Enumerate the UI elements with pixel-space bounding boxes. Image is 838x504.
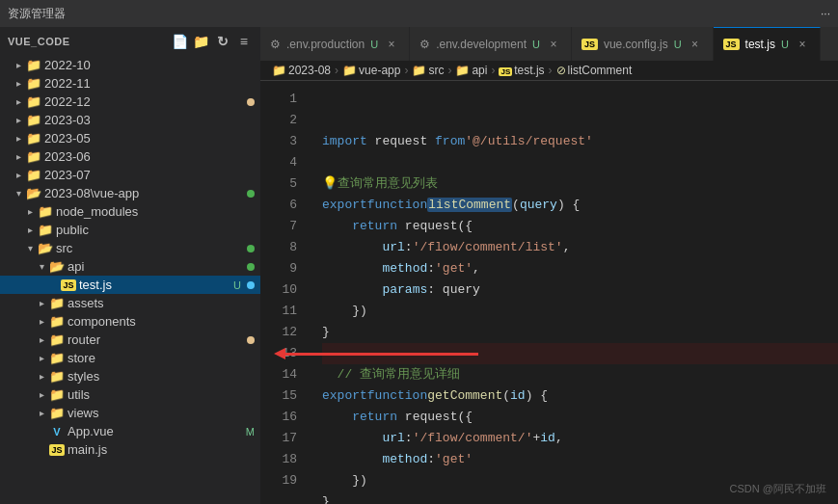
line-number-3: 3 xyxy=(260,131,307,152)
sidebar-item-styles[interactable]: ▸📁styles xyxy=(0,367,260,385)
breadcrumb-separator: › xyxy=(491,64,495,77)
file-icon: JS xyxy=(499,67,512,76)
item-label: App.vue xyxy=(66,424,246,438)
folder-icon: 📁 xyxy=(37,223,54,237)
line-number-2: 2 xyxy=(260,110,307,131)
code-content: import request from '@/utils/request'💡 查… xyxy=(307,81,838,504)
tab-env-production[interactable]: ⚙ .env.production U × xyxy=(260,27,410,61)
sidebar-item-2023-03[interactable]: ▸📁2023-03 xyxy=(0,111,260,129)
code-line-11 xyxy=(322,343,838,364)
sidebar-item-app-vue[interactable]: VApp.vueM xyxy=(0,422,260,440)
new-file-icon[interactable]: 📄 xyxy=(172,33,189,50)
sidebar-item-api[interactable]: ▾📂api xyxy=(0,257,260,276)
item-label: 2022-11 xyxy=(42,76,260,91)
folder-icon: 📁 xyxy=(25,131,42,146)
sidebar-header-icons: 📄 📁 ↻ ≡ xyxy=(172,33,253,50)
sidebar-item-2022-11[interactable]: ▸📁2022-11 xyxy=(0,74,260,93)
sidebar-item-router[interactable]: ▸📁router xyxy=(0,331,260,349)
sidebar-item-store[interactable]: ▸📁store xyxy=(0,349,260,367)
code-line-8: params: query xyxy=(322,279,838,301)
tab-close-button[interactable]: × xyxy=(384,37,399,52)
new-folder-icon[interactable]: 📁 xyxy=(193,33,210,50)
sidebar-item-public[interactable]: ▸📁public xyxy=(0,221,260,239)
line-number-8: 8 xyxy=(260,237,307,258)
collapse-icon[interactable]: ≡ xyxy=(235,33,253,50)
line-number-19: 19 xyxy=(260,470,307,491)
chevron-icon: ▸ xyxy=(12,96,25,107)
chevron-icon: ▸ xyxy=(35,334,48,345)
sidebar-item-node_modules[interactable]: ▸📁node_modules xyxy=(0,202,260,221)
status-dot xyxy=(247,190,255,198)
item-label: 2023-07 xyxy=(42,168,260,182)
tab-modified: U xyxy=(674,39,682,50)
tab-vue-config[interactable]: JS vue.config.js U × xyxy=(572,27,714,61)
line-number-18: 18 xyxy=(260,449,307,470)
status-dot xyxy=(247,245,255,252)
status-dot xyxy=(247,336,255,344)
breadcrumb-separator: › xyxy=(447,64,451,77)
item-label: 2022-12 xyxy=(42,94,247,109)
folder-icon: 📂 xyxy=(48,259,66,274)
line-number-7: 7 xyxy=(260,216,307,237)
code-line-16: method: 'get' xyxy=(322,449,838,470)
line-number-17: 17 xyxy=(260,428,307,449)
folder-icon: 📂 xyxy=(25,186,42,200)
tab-label: .env.production xyxy=(286,38,365,51)
sidebar-item-test-js[interactable]: JStest.jsU xyxy=(0,276,260,294)
tab-close-button[interactable]: × xyxy=(546,37,561,52)
tab-test-js[interactable]: JS test.js U × xyxy=(714,27,821,61)
tab-label: vue.config.js xyxy=(604,38,668,51)
tab-close-button[interactable]: × xyxy=(688,37,703,52)
chevron-icon: ▸ xyxy=(35,408,48,418)
item-label: public xyxy=(54,223,260,237)
sidebar-item-2023-05[interactable]: ▸📁2023-05 xyxy=(0,129,260,147)
chevron-icon: ▸ xyxy=(12,170,25,180)
sidebar-item-main-js[interactable]: JSmain.js xyxy=(0,440,260,459)
sidebar-item-2023-08-vue-app[interactable]: ▾📂2023-08\vue-app xyxy=(0,184,260,202)
symbol-icon: ⊘ xyxy=(556,64,566,77)
main-layout: VUE_CODE 📄 📁 ↻ ≡ ▸📁2022-10▸📁2022-11▸📁202… xyxy=(0,27,838,504)
breadcrumb-item-2023-08[interactable]: 📁2023-08 xyxy=(272,64,331,77)
breadcrumb-item-test.js[interactable]: JStest.js xyxy=(499,64,544,77)
breadcrumb: 📁2023-08›📁vue-app›📁src›📁api›JStest.js›⊘l… xyxy=(260,61,838,81)
status-dot xyxy=(247,98,255,106)
folder-icon: 📁 xyxy=(48,332,66,347)
sidebar-item-src[interactable]: ▾📂src xyxy=(0,239,260,257)
tab-file-icon: JS xyxy=(723,39,740,50)
sidebar-item-2022-10[interactable]: ▸📁2022-10 xyxy=(0,56,260,74)
tab-env-development[interactable]: ⚙ .env.development U × xyxy=(410,27,572,61)
item-label: 2023-03 xyxy=(42,113,260,127)
modified-badge: M xyxy=(246,426,255,438)
item-label: src xyxy=(54,241,247,255)
code-line-2 xyxy=(322,152,838,173)
folder-icon: 📁 xyxy=(25,94,42,109)
folder-icon: 📁 xyxy=(48,406,66,420)
modified-badge: U xyxy=(233,279,241,291)
folder-icon: 📁 xyxy=(48,369,66,384)
line-numbers: 12345678910111213141516171819 xyxy=(260,81,307,504)
line-number-16: 16 xyxy=(260,407,307,428)
sidebar-item-2023-07[interactable]: ▸📁2023-07 xyxy=(0,166,260,184)
chevron-icon: ▸ xyxy=(35,389,48,400)
item-label: store xyxy=(66,351,260,365)
folder-icon: 📁 xyxy=(342,64,357,77)
breadcrumb-item-listComment[interactable]: ⊘listComment xyxy=(556,64,633,77)
sidebar-item-views[interactable]: ▸📁views xyxy=(0,404,260,422)
sidebar-item-2022-12[interactable]: ▸📁2022-12 xyxy=(0,93,260,111)
sidebar-item-assets[interactable]: ▸📁assets xyxy=(0,294,260,312)
sidebar-header: VUE_CODE 📄 📁 ↻ ≡ xyxy=(0,27,260,56)
tab-close-button[interactable]: × xyxy=(795,37,810,52)
line-number-10: 10 xyxy=(260,279,307,301)
breadcrumb-item-api[interactable]: 📁api xyxy=(455,64,487,77)
sidebar-item-components[interactable]: ▸📁components xyxy=(0,312,260,331)
sidebar-item-utils[interactable]: ▸📁utils xyxy=(0,385,260,404)
code-editor[interactable]: 12345678910111213141516171819 import req… xyxy=(260,81,838,504)
breadcrumb-item-src[interactable]: 📁src xyxy=(412,64,444,77)
refresh-icon[interactable]: ↻ xyxy=(214,33,231,50)
chevron-icon: ▾ xyxy=(35,261,48,272)
title-menu[interactable]: ··· xyxy=(821,7,830,20)
chevron-icon: ▸ xyxy=(35,371,48,382)
sidebar-item-2023-06[interactable]: ▸📁2023-06 xyxy=(0,147,260,166)
tab-file-icon: JS xyxy=(581,39,598,50)
breadcrumb-item-vue-app[interactable]: 📁vue-app xyxy=(342,64,400,77)
